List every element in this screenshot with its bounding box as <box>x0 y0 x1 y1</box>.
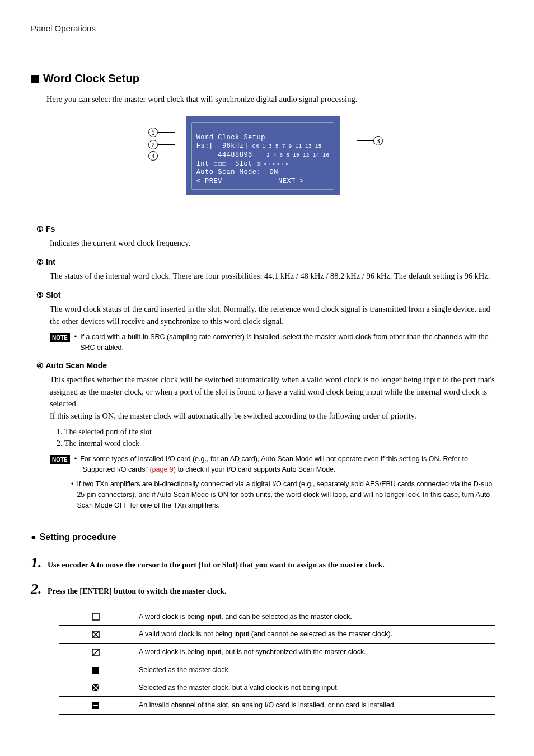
legend-icon-fill-dash <box>59 697 132 715</box>
lcd-int-clocks: 44488896 <box>196 151 257 159</box>
slot-body: The word clock status of the card insert… <box>50 303 495 328</box>
svg-line-5 <box>92 649 99 656</box>
bullet-icon: • <box>71 479 73 490</box>
item-int: ② Int The status of the internal word cl… <box>36 256 495 283</box>
legend-desc: An invalid channel of the slot, an analo… <box>132 697 495 715</box>
procedure-heading: ●Setting procedure <box>31 530 495 544</box>
asm-number: ④ <box>36 361 44 370</box>
asm-ol1: The selected port of the slot <box>64 426 495 438</box>
int-number: ② <box>36 257 44 266</box>
legend-desc: A word clock is being input, and can be … <box>132 608 495 626</box>
section-intro: Here you can select the master word cloc… <box>46 93 495 106</box>
asm-priority-list: The selected port of the slot The intern… <box>64 426 495 449</box>
legend-desc: A word clock is being input, but is not … <box>132 644 495 661</box>
svg-rect-0 <box>92 613 99 620</box>
callout-3-icon: 3 <box>373 136 383 145</box>
table-row: A word clock is being input, but is not … <box>59 644 495 661</box>
table-row: Selected as the master clock. <box>59 661 495 679</box>
dot-icon: ● <box>31 532 36 542</box>
square-bullet-icon <box>31 75 39 83</box>
box-fill-x-icon <box>92 684 100 692</box>
procedure-title: Setting procedure <box>40 532 116 542</box>
step-2-number: 2. <box>31 578 48 600</box>
bullet-icon: • <box>74 332 77 342</box>
slot-note-text: If a card with a built-in SRC (sampling … <box>80 332 495 353</box>
asm-label: Auto Scan Mode <box>45 361 107 370</box>
lcd-figure: 1 2 4 3 Word Clock Setup Fs:[ 96kHz] CH … <box>31 116 495 195</box>
fs-body: Indicates the current word clock frequen… <box>50 237 495 250</box>
asm-ol2: The internal word clock <box>64 438 495 449</box>
callout-4-icon: 4 <box>148 151 158 161</box>
bullet-icon: • <box>74 454 77 464</box>
int-body: The status of the internal word clock. T… <box>50 270 495 283</box>
legend-desc: Selected as the master clock. <box>132 661 495 679</box>
slot-number: ③ <box>36 290 44 299</box>
page-header-title: Panel Operations <box>31 22 495 35</box>
step-1: 1. Use encoder A to move the cursor to t… <box>31 552 495 574</box>
step-2: 2. Press the [ENTER] button to switch th… <box>31 578 495 600</box>
svg-rect-6 <box>92 667 99 674</box>
lcd-ch-top: CH 1 3 5 7 9 11 13 15 <box>252 144 322 149</box>
fs-label: Fs <box>46 224 55 233</box>
asm-body1: This specifies whether the master clock … <box>50 374 495 410</box>
legend-desc: A valid word clock is not being input (a… <box>132 626 495 644</box>
section-title-text: Word Clock Setup <box>43 72 139 84</box>
asm-body2: If this setting is ON, the master clock … <box>50 410 495 422</box>
callout-2-icon: 2 <box>148 140 158 149</box>
legend-icon-diag <box>59 644 132 661</box>
note-tag-icon: NOTE <box>50 455 70 464</box>
lcd-fs-row: Fs:[ 96kHz] <box>196 142 248 150</box>
box-fill-icon <box>92 666 100 674</box>
lcd-prev: < PREV <box>196 177 222 185</box>
note-tag-icon: NOTE <box>50 333 70 342</box>
page-9-link[interactable]: (page 9) <box>149 466 176 473</box>
table-row: An invalid channel of the slot, an analo… <box>59 697 495 715</box>
asm-note-a-post: to check if your I/O card supports Auto … <box>176 466 336 473</box>
lcd-auto-scan-row: Auto Scan Mode: ON <box>196 168 283 176</box>
item-slot: ③ Slot The word clock status of the card… <box>36 289 495 353</box>
lcd-int-row: Int ☐☐☐ <box>196 160 227 168</box>
asm-note-a: NOTE • For some types of installed I/O c… <box>50 454 495 475</box>
lcd-title: Word Clock Setup <box>196 134 265 142</box>
legend-icon-empty <box>59 608 132 626</box>
asm-note-b: • If two TXn amplifiers are bi-direction… <box>50 479 495 510</box>
legend-table: A word clock is being input, and can be … <box>59 608 495 715</box>
lcd-screen: Word Clock Setup Fs:[ 96kHz] CH 1 3 5 7 … <box>186 116 340 195</box>
step-2-text: Press the [ENTER] button to switch the m… <box>48 585 227 597</box>
int-label: Int <box>46 257 55 266</box>
lcd-slot-row: Slot ☒▭▭▭▭▭▭▭ <box>235 160 291 168</box>
legend-desc: Selected as the master clock, but a vali… <box>132 679 495 697</box>
asm-note-a-text: For some types of installed I/O card (e.… <box>80 454 495 475</box>
box-x-icon <box>92 631 100 638</box>
box-fill-dash-icon <box>92 702 100 710</box>
header-divider <box>31 39 495 39</box>
callout-1-icon: 1 <box>148 128 158 137</box>
step-1-text: Use encoder A to move the cursor to the … <box>48 559 385 571</box>
slot-note: NOTE • If a card with a built-in SRC (sa… <box>50 332 495 353</box>
asm-note-b-text: If two TXn amplifiers are bi-directional… <box>77 479 495 510</box>
lcd-ch-bot: 2 4 6 8 10 12 14 16 <box>257 153 330 158</box>
box-empty-icon <box>92 613 100 621</box>
fs-number: ① <box>36 224 44 233</box>
step-1-number: 1. <box>31 552 48 574</box>
table-row: A word clock is being input, and can be … <box>59 608 495 626</box>
legend-icon-fill-x <box>59 679 132 697</box>
box-diag-icon <box>92 649 100 656</box>
table-row: A valid word clock is not being input (a… <box>59 626 495 644</box>
lcd-next: NEXT > <box>278 177 304 185</box>
table-row: Selected as the master clock, but a vali… <box>59 679 495 697</box>
item-auto-scan: ④ Auto Scan Mode This specifies whether … <box>36 360 495 511</box>
legend-icon-x <box>59 626 132 644</box>
item-fs: ① Fs Indicates the current word clock fr… <box>36 223 495 250</box>
slot-label: Slot <box>46 290 60 299</box>
legend-icon-fill <box>59 661 132 679</box>
section-heading: Word Clock Setup <box>31 70 495 87</box>
